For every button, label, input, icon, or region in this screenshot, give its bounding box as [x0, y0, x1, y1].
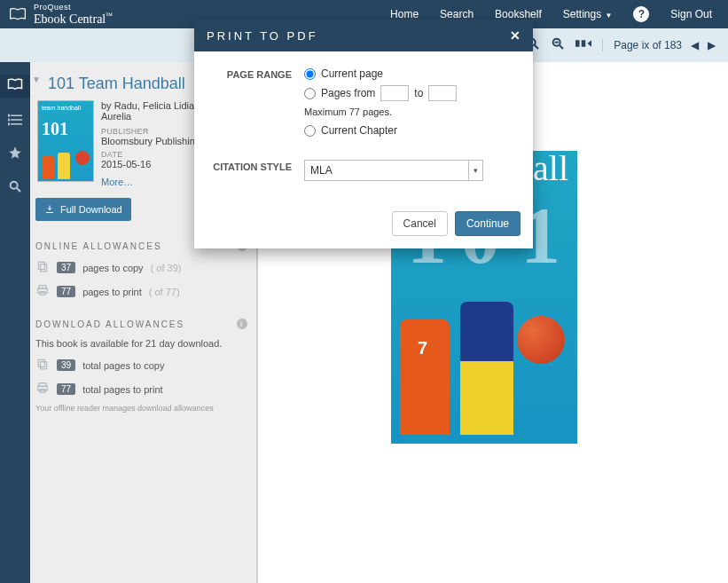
continue-button[interactable]: Continue: [455, 211, 521, 236]
modal-header: PRINT TO PDF ✕: [194, 20, 533, 51]
max-pages-note: Maximum 77 pages.: [304, 106, 517, 117]
option-current-chapter[interactable]: Current Chapter: [304, 124, 517, 137]
print-to-pdf-modal: PRINT TO PDF ✕ PAGE RANGE Current page P…: [194, 20, 533, 248]
page-range-label: PAGE RANGE: [210, 67, 304, 142]
close-icon[interactable]: ✕: [510, 28, 521, 43]
chevron-down-icon: ▾: [468, 161, 482, 180]
radio-current-chapter[interactable]: [304, 125, 316, 137]
input-page-from[interactable]: [380, 85, 409, 101]
radio-current-page[interactable]: [304, 68, 316, 80]
modal-overlay: PRINT TO PDF ✕ PAGE RANGE Current page P…: [0, 0, 728, 583]
input-page-to[interactable]: [428, 85, 457, 101]
citation-style-label: CITATION STYLE: [210, 160, 304, 181]
radio-pages-from[interactable]: [304, 88, 316, 99]
modal-title: PRINT TO PDF: [207, 29, 318, 43]
cancel-button[interactable]: Cancel: [392, 211, 448, 236]
option-current-page[interactable]: Current page: [304, 67, 517, 80]
option-pages-from[interactable]: Pages from to: [304, 85, 517, 101]
citation-style-select[interactable]: MLA ▾: [304, 160, 483, 181]
